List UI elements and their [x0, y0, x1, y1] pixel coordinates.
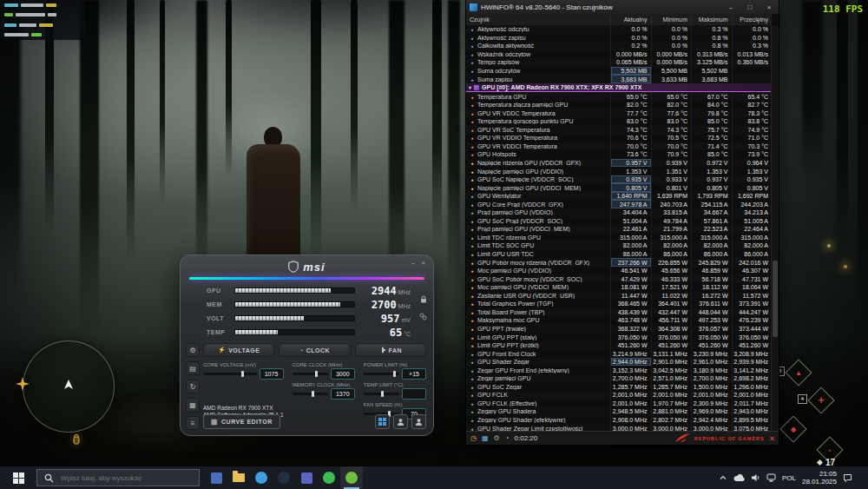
sensor-row[interactable]: GPU FCLK (Effective)2,001.0 MHz1,970.7 M…: [466, 400, 772, 408]
sensor-row[interactable]: Suma zapisu3,683 MB3,633 MB3,683 MB: [466, 75, 772, 83]
sensor-row[interactable]: Wskaźnik odczytów0.000 MB/s0.000 MB/s0.3…: [466, 50, 772, 59]
hwinfo-minimize-button[interactable]: –: [723, 3, 739, 11]
network-icon[interactable]: [766, 473, 776, 482]
sensor-row[interactable]: Limit TDC rdzenia GPU315.000 A315.000 A3…: [466, 234, 772, 242]
sensor-row[interactable]: GPU Core Prąd (VDDCR_GFX)247.978 A240.70…: [466, 200, 772, 208]
power-limit-value[interactable]: +15: [402, 368, 426, 380]
sensor-row[interactable]: Moc pamięci GPU (VDDCI_MEM)18.081 W17.52…: [466, 283, 772, 292]
scrollbar-thumb[interactable]: [773, 261, 778, 337]
column-average[interactable]: Przeciętny: [732, 17, 773, 23]
sensor-row[interactable]: Zegar pamięci GPU2,700.0 MHz2,571.0 MHz2…: [466, 374, 772, 383]
taskbar-search[interactable]: [36, 469, 200, 486]
clock-tab[interactable]: CLOCK: [279, 343, 350, 357]
sensor-row[interactable]: Napięcie pamięci GPU (VDDIO)1.353 V1.351…: [466, 167, 772, 175]
status-clock-icon[interactable]: [470, 435, 477, 442]
taskbar-app-button[interactable]: [340, 466, 363, 489]
sensor-row[interactable]: Prąd pamięci GPU (VDDIO)34.404 A33.815 A…: [466, 208, 772, 217]
status-panel-icon[interactable]: [482, 435, 489, 442]
column-minimum[interactable]: Minimum: [651, 17, 692, 23]
status-gauge-icon[interactable]: [505, 435, 510, 442]
column-current[interactable]: Aktualny: [610, 17, 651, 23]
rog-banner[interactable]: REPUBLIC OF GAMERS: [675, 433, 765, 443]
sensor-row[interactable]: GPU Front End Clock3,214.9 MHz3,131.1 MH…: [466, 349, 772, 358]
core-clock-value[interactable]: 3000: [331, 368, 355, 380]
hwinfo-scrollbar[interactable]: [771, 25, 779, 431]
link-icon[interactable]: [419, 313, 427, 320]
monitor-icon[interactable]: [186, 361, 200, 375]
sensor-row[interactable]: Temperatura GPU65.0 °C65.0 °C67.0 °C65.4…: [466, 92, 772, 101]
reset-icon[interactable]: [186, 380, 200, 393]
taskbar-app-button[interactable]: [273, 466, 295, 489]
sensor-row[interactable]: Zegary GPU Shader (efektywne)2,908.0 MHz…: [466, 416, 772, 425]
core-voltage-value[interactable]: 1075: [260, 368, 284, 380]
sensor-row[interactable]: Total Board Power (TBP)438.439 W432.447 …: [466, 308, 772, 317]
taskbar-app-button[interactable]: [227, 466, 250, 489]
temp-limit-value[interactable]: [402, 388, 426, 400]
sensor-group-header[interactable]: GPU [#0]: AMD Radeon RX 7900 XTX: XFX RX…: [466, 83, 772, 93]
sensor-row[interactable]: GPU PPT (trwałe)368.322 W364.308 W376.05…: [466, 325, 772, 334]
taskbar-app-button[interactable]: [250, 466, 273, 489]
language-indicator[interactable]: POL: [782, 474, 796, 482]
sensor-row[interactable]: Napięcie pamięci GPU (VDDCI_MEM)0.805 V0…: [466, 183, 772, 192]
column-maximum[interactable]: Maksimum: [691, 17, 732, 23]
sensor-row[interactable]: Limit TDC SOC GPU82.000 A82.000 A82.000 …: [466, 241, 772, 250]
core-clock-slider[interactable]: [293, 373, 328, 375]
sensor-row[interactable]: GPU SoC Napięcie (VDDCR_SOC)0.935 V0.933…: [466, 175, 772, 184]
sensor-row[interactable]: Temperatura gorącego punktu GPU83.0 °C83…: [466, 117, 772, 126]
sensor-row[interactable]: Aktywność odczytu0.0 %0.0 %0.3 %0.0 %: [466, 25, 772, 34]
menu-icon[interactable]: [186, 416, 200, 430]
fan-tab[interactable]: FAN: [355, 343, 426, 357]
sensor-row[interactable]: GPU SoC Pobór mocy (VDDCR_SOC)47.429 W46…: [466, 274, 772, 283]
sensor-row[interactable]: GPU SoC Zegar1,285.7 MHz1,285.7 MHz1,500…: [466, 383, 772, 392]
sensor-row[interactable]: Tempo zapisów0.065 MB/s0.000 MB/s3.125 M…: [466, 58, 772, 67]
taskbar-app-button[interactable]: [205, 466, 227, 489]
lock-icon[interactable]: [420, 295, 427, 303]
column-sensor[interactable]: Czujnik: [466, 17, 610, 23]
sensor-row[interactable]: Limit GPU USR TDC86.000 A86.000 A86.000 …: [466, 250, 772, 259]
taskbar-clock[interactable]: 21:05 28.01.2025: [802, 470, 837, 486]
curve-editor-button[interactable]: CURVE EDITOR: [203, 414, 280, 429]
memory-clock-slider[interactable]: [293, 393, 328, 395]
hwinfo-maximize-button[interactable]: □: [742, 3, 758, 11]
sensor-row[interactable]: Całkowita aktywność0.2 %0.0 %0.8 %0.3 %: [466, 42, 772, 50]
sensor-row[interactable]: GPU VR VDDCI Temperatura70.0 °C70.0 °C71…: [466, 142, 772, 151]
sensor-row[interactable]: Moc pamięci GPU (VDDIO)46.541 W45.656 W4…: [466, 267, 772, 275]
status-settings-icon[interactable]: [494, 435, 500, 442]
sensor-row[interactable]: GPU VR VDDC Temperatura77.7 °C77.6 °C79.…: [466, 109, 772, 117]
core-voltage-slider[interactable]: [203, 373, 257, 375]
sensor-row[interactable]: GPU Hotspots73.6 °C70.9 °C85.0 °C73.9 °C: [466, 150, 772, 159]
afterburner-close-button[interactable]: ×: [421, 259, 425, 267]
windows-startup-button[interactable]: [375, 414, 390, 429]
hwinfo-titlebar[interactable]: HWiNFO® 64 v8.20-5640 - Stan czujników –…: [466, 0, 779, 14]
oc-scanner-icon[interactable]: [186, 398, 200, 412]
sensor-row[interactable]: Suma odczytów5,502 MB5,500 MB5,502 MB: [466, 67, 772, 76]
hwinfo-close-button[interactable]: ×: [761, 3, 777, 11]
sensor-row[interactable]: GPU VR SoC Temperatura74.3 °C74.3 °C75.7…: [466, 126, 772, 135]
taskbar-app-button[interactable]: [295, 466, 318, 489]
sensor-row[interactable]: Zegar GPU Front End (efektywny)3,152.3 M…: [466, 366, 772, 374]
sensor-row[interactable]: GPU FCLK2,001.0 MHz2,001.0 MHz2,001.0 MH…: [466, 391, 772, 400]
sensor-row[interactable]: GPU Shader Zegar Limit częstotliwości3,0…: [466, 424, 772, 431]
sensor-row[interactable]: GPU Wentylator1,640 RPM1,639 RPM1,793 RP…: [466, 192, 772, 201]
volume-icon[interactable]: [751, 473, 760, 482]
temp-limit-slider[interactable]: [364, 393, 399, 395]
sensor-row[interactable]: Zasilanie USR GPU (VDDCR_USR)11.447 W11.…: [466, 292, 772, 301]
start-button[interactable]: [0, 466, 36, 489]
search-input[interactable]: [59, 473, 192, 483]
cloud-icon[interactable]: [733, 474, 745, 482]
afterburner-minimize-button[interactable]: –: [411, 259, 415, 267]
sensor-row[interactable]: Prąd pamięci GPU (VDDCI_MEM)22.461 A21.7…: [466, 225, 772, 234]
profile-save-button[interactable]: [393, 414, 408, 429]
sensor-row[interactable]: Napięcie rdzenia GPU (VDDCR_GFX)0.957 V0…: [466, 159, 772, 168]
sensor-row[interactable]: Aktywność zapisu0.0 %0.0 %0.8 %0.0 %: [466, 34, 772, 43]
sensor-row[interactable]: GPU Pobór mocy rdzenia (VDDCR_GFX)237.26…: [466, 258, 772, 267]
banner-close-icon[interactable]: ×: [770, 434, 774, 443]
memory-clock-value[interactable]: 1370: [331, 388, 355, 400]
voltage-tab[interactable]: VOLTAGE: [203, 343, 274, 357]
power-limit-slider[interactable]: [364, 373, 399, 375]
tray-expand-icon[interactable]: [719, 474, 727, 481]
profile-load-button[interactable]: [411, 414, 426, 429]
sensor-row[interactable]: Limit GPU PPT (krótki)451.260 W451.260 W…: [466, 341, 772, 350]
sensor-row[interactable]: Temperatura złącza pamięci GPU82.0 °C82.…: [466, 101, 772, 109]
sensor-table-header[interactable]: Czujnik Aktualny Minimum Maksimum Przeci…: [466, 14, 772, 26]
